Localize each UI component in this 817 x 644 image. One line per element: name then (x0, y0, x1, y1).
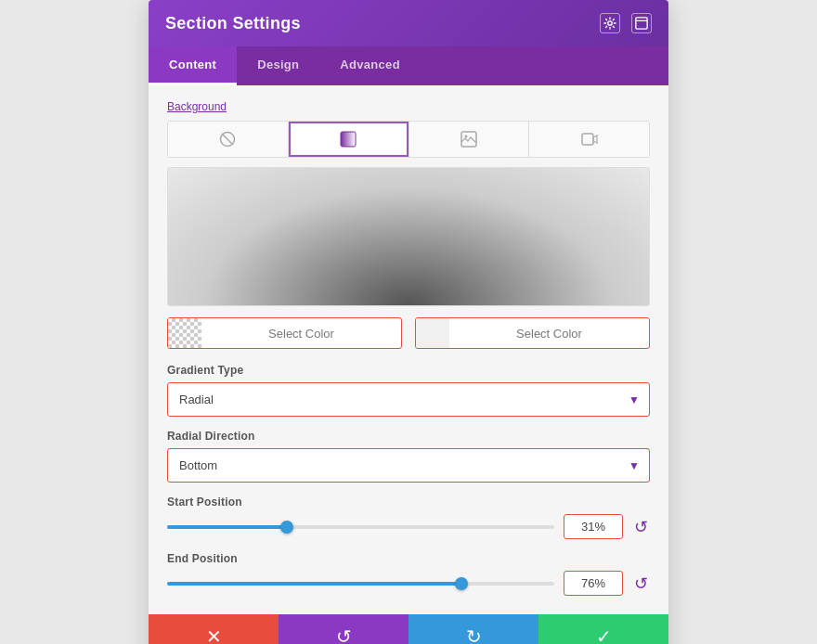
start-position-section: Start Position 31% ↺ (167, 496, 650, 539)
undo-button[interactable]: ↺ (279, 614, 408, 644)
cancel-button[interactable]: ✕ (149, 614, 279, 644)
section-settings-modal: Section Settings Content Design Advanced (149, 0, 668, 644)
tab-content[interactable]: Content (149, 46, 237, 85)
svg-rect-5 (341, 132, 356, 147)
save-icon: ✓ (596, 625, 612, 644)
gradient-preview (167, 167, 650, 306)
svg-point-0 (608, 21, 612, 25)
end-position-thumb[interactable] (455, 577, 468, 590)
modal-body: Background (149, 85, 668, 614)
color-swatch-2 (416, 318, 449, 348)
video-icon (581, 131, 598, 148)
collapse-icon (635, 17, 648, 30)
color-selector-label-1: Select Color (201, 327, 401, 341)
start-position-thumb[interactable] (280, 521, 293, 534)
gradient-type-select[interactable]: Radial Linear Circular (168, 383, 649, 416)
end-position-track[interactable] (167, 582, 554, 586)
tabs-bar: Content Design Advanced (149, 46, 668, 85)
gradient-icon (340, 131, 357, 148)
svg-rect-8 (582, 134, 593, 145)
image-icon (460, 131, 477, 148)
color-selectors-row: Select Color Select Color (167, 317, 650, 349)
color-selector-2[interactable]: Select Color (415, 317, 650, 349)
tab-none[interactable] (168, 122, 289, 157)
start-position-label: Start Position (167, 496, 650, 509)
undo-icon: ↺ (336, 625, 352, 644)
color-selector-label-2: Select Color (449, 327, 649, 341)
no-background-icon (219, 131, 236, 148)
end-position-reset-button[interactable]: ↺ (632, 575, 650, 592)
modal-footer: ✕ ↺ ↻ ✓ (149, 614, 668, 644)
end-position-input[interactable]: 76% (564, 571, 623, 596)
svg-line-4 (222, 134, 233, 145)
end-position-row: 76% ↺ (167, 571, 650, 596)
svg-point-7 (464, 135, 467, 138)
gradient-type-select-wrapper: Radial Linear Circular ▼ (167, 382, 650, 417)
tab-image[interactable] (409, 122, 530, 157)
end-position-label: End Position (167, 552, 650, 565)
radial-direction-label: Radial Direction (167, 430, 650, 443)
modal-header: Section Settings (149, 0, 668, 46)
tab-video[interactable] (529, 122, 649, 157)
cancel-icon: ✕ (206, 625, 222, 644)
collapse-icon-btn[interactable] (631, 13, 652, 33)
start-position-fill (167, 525, 287, 529)
tab-advanced[interactable]: Advanced (319, 46, 421, 85)
save-button[interactable]: ✓ (538, 614, 668, 644)
start-position-input[interactable]: 31% (564, 514, 623, 539)
radial-direction-select[interactable]: Bottom Center Top Left Right Top Left To… (168, 449, 649, 482)
modal-title: Section Settings (165, 14, 301, 33)
settings-icon-btn[interactable] (600, 13, 620, 33)
color-swatch-1 (168, 318, 201, 348)
start-position-row: 31% ↺ (167, 514, 650, 539)
gradient-type-label: Gradient Type (167, 364, 650, 377)
header-icons (600, 13, 652, 33)
radial-direction-select-wrapper: Bottom Center Top Left Right Top Left To… (167, 448, 650, 483)
redo-icon: ↻ (466, 625, 482, 644)
tab-design[interactable]: Design (237, 46, 319, 85)
start-position-reset-button[interactable]: ↺ (632, 519, 650, 535)
svg-rect-1 (636, 18, 647, 29)
color-selector-1[interactable]: Select Color (167, 317, 402, 349)
background-type-tabs (167, 121, 650, 158)
start-position-track[interactable] (167, 525, 554, 529)
end-position-section: End Position 76% ↺ (167, 552, 650, 596)
redo-button[interactable]: ↻ (408, 614, 538, 644)
end-position-fill (167, 582, 461, 586)
settings-icon (603, 17, 616, 30)
tab-gradient[interactable] (289, 122, 409, 157)
breadcrumb-link[interactable]: Background (167, 95, 650, 121)
